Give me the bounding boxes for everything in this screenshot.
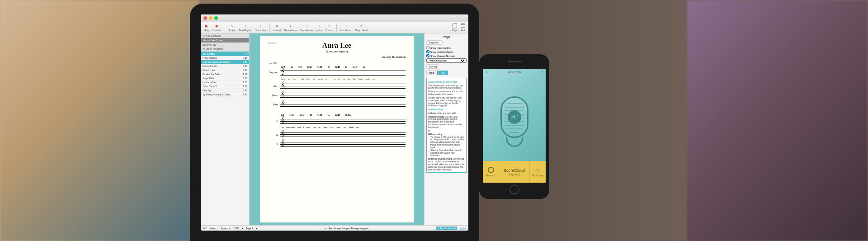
spacing-button[interactable]: Spacing: [426, 64, 439, 69]
song-info-button[interactable]: Song Info...: [426, 40, 443, 45]
snippets-header: SNIPPETS: [201, 43, 249, 47]
list-item[interactable]: Morrison's Jig0:43: [201, 64, 249, 68]
app-logo-icon: SC: [508, 110, 521, 124]
open-songs-header: OPEN SONGS: [201, 33, 249, 38]
record-button[interactable]: Record: [483, 161, 499, 183]
logged-in-label: logged in: [508, 71, 521, 74]
home-button[interactable]: [509, 184, 519, 194]
laptop-frame: ▶Play ◉Overdub ↘Pickup ♪Time/Rhythm ↕Tra…: [190, 4, 479, 241]
staff-bass[interactable]: Bass: [268, 101, 406, 108]
magic-wand-button[interactable]: ✦Magic Wand: [354, 23, 369, 32]
help-tab[interactable]: Help: [426, 71, 437, 75]
my-songs-section[interactable]: My Songs ⊙: [201, 52, 249, 56]
voices-mixer-button[interactable]: ⎍Voices/Mixer: [299, 23, 314, 32]
phone-frame: △ logged in ? SC Record ScoreCloud Expre…: [479, 54, 549, 199]
tempo-marking: ♩ = 150: [268, 61, 406, 65]
sidebar-left: OPEN SONGS ♪ Aura Lee (Love... SNIPPETS …: [201, 33, 250, 225]
chord-row: C6C/GG/DDG/BGG/DB/D♭: [281, 113, 406, 117]
scorecloud-badge[interactable]: ☁ My ScoreCloud: [436, 227, 457, 230]
normal-button[interactable]: ➤Normal: [272, 23, 282, 32]
staff-tenor[interactable]: Tenor: [268, 92, 406, 99]
list-item[interactable]: Coach Horn0:18: [201, 68, 249, 72]
zoom-icon[interactable]: [214, 16, 218, 20]
lyricist-label: Lyricist: [268, 42, 276, 44]
score-mode[interactable]: Score: [221, 227, 226, 230]
open-song-tab[interactable]: ♪ Aura Lee (Love...: [201, 38, 249, 43]
list-item[interactable]: Trio – Circle 31:27: [201, 85, 249, 89]
list-item[interactable]: Up the ladder1:13: [201, 80, 249, 85]
my-songs-button[interactable]: ≡ My Songs: [529, 161, 546, 183]
dropdown-icon: ⊙: [245, 52, 247, 56]
lyric-row: life com-plete and I love you so Aura Le…: [281, 126, 406, 128]
chord-row: G/BGC6C/GG/DDG/BGG/BG: [281, 66, 406, 68]
sidebar-right: Page Song Info... Show Page Margins Show…: [424, 33, 468, 225]
score-title: Aura Lee: [268, 42, 406, 50]
staff-soprano-2[interactable]: S: [268, 117, 406, 124]
staff-alto-2[interactable]: A: [268, 131, 406, 138]
tips-text: To choose a MIDI sound for the new recor…: [430, 136, 464, 149]
tips-text: or: [428, 130, 465, 132]
tips-tab[interactable]: Tips: [437, 71, 448, 75]
cloud-songs-header: CLOUD SONGS: [201, 47, 249, 52]
show-margins-check[interactable]: Show Page Margins: [426, 46, 467, 49]
score-page: Lyricist Aura Lee (Love me tender) Georg…: [260, 36, 414, 222]
list-item[interactable]: Jig Riding Practice 1 – Bars...2:42: [201, 93, 249, 97]
statusbar: REC Listen ♪ Score ▾ 100% ▾ Page 1 ▾ ● R…: [201, 225, 468, 231]
staff-alto[interactable]: Alto: [268, 83, 406, 90]
rec-indicator[interactable]: REC: [203, 227, 208, 230]
list-item[interactable]: Kent Jig0:46: [201, 89, 249, 93]
list-item[interactable]: Frère Jacques0:16: [201, 56, 249, 60]
phone-screen: △ logged in ? SC Record ScoreCloud Expre…: [483, 69, 546, 183]
score-subtitle: (Love me tender): [268, 50, 406, 53]
tips-heading: Add New Part: [428, 108, 465, 111]
tips-text: You can select and edit objects in the s…: [428, 97, 465, 107]
parts-chord-select[interactable]: Parts/Chord Sheet: [426, 58, 467, 63]
time-rhythm-button[interactable]: ♪Time/Rhythm: [237, 23, 254, 32]
tips-text: This Help window shows what you can do w…: [428, 85, 465, 90]
microphone-graphic[interactable]: SC: [500, 96, 528, 151]
lyric-row: Love me ten - der love me sweet nev - er…: [281, 78, 406, 80]
pickup-button[interactable]: ↘Pickup: [227, 23, 237, 32]
manual-input-button[interactable]: IManual Input: [283, 23, 298, 32]
page-number[interactable]: Page 1: [246, 227, 253, 230]
overdub-button[interactable]: ◉Overdub: [211, 23, 222, 32]
tips-text: Hover your mouse over a button in the to…: [428, 90, 465, 96]
composer-label: George R. Poulton: [268, 55, 406, 59]
help-icon[interactable]: ?: [541, 71, 543, 74]
titlebar: [201, 14, 468, 22]
record-snippet-link[interactable]: Record New Snippet / Manage snippets: [329, 227, 368, 230]
listen-button[interactable]: Listen ♪: [210, 227, 218, 230]
song-list: Frère Jacques0:16 Aura Lee (Love me tend…: [201, 56, 249, 97]
open-song-label: Aura Lee (Love...: [204, 39, 225, 42]
list-item[interactable]: Jingle Bells0:26: [201, 76, 249, 80]
play-button[interactable]: ▶Play: [203, 23, 211, 32]
right-panel-title: Page: [426, 35, 467, 38]
zoom-level[interactable]: 100%: [233, 227, 239, 230]
chords-button[interactable]: CChords: [324, 23, 334, 32]
lyrics-button[interactable]: TLyrics: [315, 23, 324, 32]
app-title: ScoreCloud Express: [499, 161, 529, 183]
show-measures-check[interactable]: Show Measure Numbers: [426, 54, 467, 57]
staff-soprano[interactable]: Soprano: [268, 69, 406, 76]
page-view-button[interactable]: Page: [451, 23, 459, 32]
add-more-button[interactable]: ＋Add More...: [339, 23, 354, 32]
menu-icon: ≡: [536, 167, 539, 173]
staff-tenor-2[interactable]: T: [268, 140, 406, 147]
transpose-button[interactable]: ↕Transpose: [254, 23, 267, 32]
metronome-icon[interactable]: △: [486, 70, 488, 74]
close-icon[interactable]: [203, 16, 207, 20]
list-item[interactable]: Aura Lee (Love me tender)2:07: [201, 60, 249, 64]
roll-view-button[interactable]: Roll: [459, 23, 467, 32]
tips-panel: How to improve your score This Help wind…: [426, 78, 467, 173]
tips-heading: How to improve your score: [428, 80, 465, 84]
tips-text: Add new voices and parts with:: [428, 112, 465, 115]
toolbar: ▶Play ◉Overdub ↘Pickup ♪Time/Rhythm ↕Tra…: [201, 22, 468, 33]
tips-text: Use the Overdub toolbar button to record…: [430, 149, 462, 157]
app-window: ▶Play ◉Overdub ↘Pickup ♪Time/Rhythm ↕Tra…: [201, 14, 468, 231]
phone-speaker: [508, 61, 521, 62]
score-scroll[interactable]: Lyricist Aura Lee (Love me tender) Georg…: [250, 33, 424, 225]
list-item[interactable]: Carol of the Bells1:12: [201, 72, 249, 76]
minimize-icon[interactable]: [209, 16, 212, 20]
show-invisible-check[interactable]: Show Invisible Objects: [426, 50, 467, 53]
social-icons[interactable]: ▦▦▦: [460, 227, 467, 230]
